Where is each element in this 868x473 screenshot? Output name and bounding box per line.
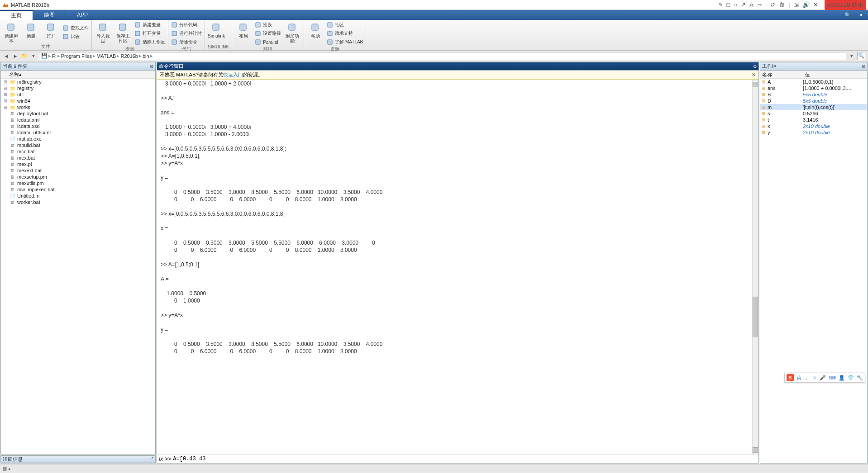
ime-lang[interactable]: 英	[796, 374, 801, 381]
details-header[interactable]: 详细信息 ˄	[1, 456, 155, 463]
file-item[interactable]: 🗎mbuild.bat	[1, 142, 155, 148]
file-item[interactable]: ⊞📁m3iregistry	[1, 79, 155, 85]
tab-dropdown-icon[interactable]: ▾	[854, 10, 868, 20]
file-item[interactable]: ⊞📁registry	[1, 85, 155, 91]
sogou-icon[interactable]: S	[787, 374, 794, 381]
workspace-var[interactable]: ⊞t3.1416	[760, 117, 867, 123]
file-item[interactable]: 🗎mexsetup.pm	[1, 174, 155, 180]
tool-pin-icon[interactable]: ⇲	[794, 1, 799, 8]
tool-text-icon[interactable]: A	[749, 1, 754, 8]
tab-APP[interactable]: APP	[66, 10, 99, 20]
scroll-thumb[interactable]	[753, 297, 758, 337]
workspace-var[interactable]: ⊞s0.5266	[760, 110, 867, 117]
workspace-var[interactable]: ⊞y2x10 double	[760, 129, 867, 136]
layout-icon[interactable]: 布局	[235, 21, 252, 46]
support-icon[interactable]: 请求支持	[327, 29, 363, 38]
ime-keyboard-icon[interactable]: ⌨	[829, 375, 836, 381]
prefs-icon[interactable]: 预设	[255, 21, 281, 29]
tool-trash-icon[interactable]: 🗑	[779, 1, 785, 8]
scrollbar[interactable]	[752, 80, 758, 454]
workspace-var[interactable]: ⊞m'[t,sin(t),cos(t)]'	[760, 104, 867, 110]
tab-主页[interactable]: 主页	[0, 10, 33, 20]
community-icon[interactable]: 社区	[327, 21, 363, 29]
tool-sound-icon[interactable]: 🔊	[802, 1, 810, 8]
path-segment[interactable]: bin	[143, 53, 149, 59]
tool-undo-icon[interactable]: ↺	[770, 1, 775, 8]
file-item[interactable]: 🗎mcc.bat	[1, 148, 155, 155]
tab-绘图[interactable]: 绘图	[33, 10, 66, 20]
tool-arrow-icon[interactable]: ↗	[741, 1, 746, 8]
recording-badge[interactable]: 00:00:20 结束	[825, 0, 866, 10]
ime-toolbar[interactable]: S 英 ， ☺ 🎤 ⌨ 👤 👕 🔧	[784, 373, 865, 383]
ime-mic-icon[interactable]: 🎤	[820, 375, 826, 381]
tool-close-icon[interactable]: ✕	[813, 1, 818, 8]
ime-emoji-icon[interactable]: ☺	[812, 375, 817, 380]
tool-pencil-icon[interactable]: ✎	[718, 1, 723, 8]
setpath-icon[interactable]: 设置路径	[255, 29, 281, 38]
path-history-icon[interactable]: ▾	[848, 52, 855, 60]
learn-icon[interactable]: 了解 MATLAB	[327, 38, 363, 46]
file-item[interactable]: 🗎lcdata_utf8.xml	[1, 129, 155, 136]
file-item[interactable]: 🗎mex.pl	[1, 161, 155, 167]
analyze-icon[interactable]: 分析代码	[171, 21, 202, 29]
open-icon[interactable]: 打开	[43, 21, 60, 43]
file-item[interactable]: ⊞📁util	[1, 91, 155, 98]
file-item[interactable]: 🗎mexext.bat	[1, 167, 155, 174]
nav-up-icon[interactable]: 📁	[21, 52, 28, 60]
workspace-var[interactable]: ⊞ans[1.0000 + 0.0000i,3....	[760, 85, 867, 91]
file-item[interactable]: 🗎deploytool.bat	[1, 110, 155, 117]
nav-fwd-icon[interactable]: ►	[12, 52, 19, 60]
expand-icon[interactable]: ⊞	[4, 99, 8, 103]
file-item[interactable]: ⊞📁works	[1, 104, 155, 110]
addons-icon[interactable]: 附加功能	[284, 21, 301, 46]
command-input[interactable]	[173, 456, 757, 462]
ime-user-icon[interactable]: 👤	[839, 375, 845, 381]
file-item[interactable]: 🗎mex.bat	[1, 155, 155, 161]
open-var-icon[interactable]: 打开变量	[134, 29, 165, 38]
file-item[interactable]: ⊞📁win64	[1, 98, 155, 104]
fx-icon[interactable]: fx	[159, 456, 163, 462]
nav-back-icon[interactable]: ◄	[3, 52, 10, 60]
scroll-up-icon[interactable]	[753, 82, 758, 87]
new-icon[interactable]: 新建	[23, 21, 40, 43]
help-icon[interactable]: 帮助	[307, 21, 324, 46]
file-item[interactable]: 🗎mexutils.pm	[1, 180, 155, 186]
panel-menu-icon[interactable]: ⊙	[753, 64, 757, 69]
current-folder-header[interactable]: 当前文件夹 ⊙	[1, 62, 155, 71]
expand-icon[interactable]: ⊞	[4, 92, 8, 97]
file-item[interactable]: 🗎worker.bat	[1, 199, 155, 205]
compare-icon[interactable]: 比较	[62, 33, 89, 41]
new-var-icon[interactable]: 新建变量	[134, 21, 165, 29]
import-icon[interactable]: 导入数据	[95, 21, 112, 46]
workspace-var[interactable]: ⊞x2x10 double	[760, 123, 867, 129]
banner-close-icon[interactable]: ✕	[752, 72, 756, 78]
tab-search-icon[interactable]: 🔍	[841, 10, 854, 20]
path-segment[interactable]: R2016b	[120, 53, 138, 59]
tool-blur-icon[interactable]: ▱	[757, 1, 762, 8]
ime-skin-icon[interactable]: 👕	[848, 375, 854, 381]
clear-ws-icon[interactable]: 清除工作区	[134, 38, 165, 46]
save-ws-icon[interactable]: 保存工作区	[114, 21, 132, 46]
file-item[interactable]: 📄matlab.exe	[1, 136, 155, 142]
parallel-icon[interactable]: Parallel	[255, 38, 281, 46]
path-segment[interactable]: Program Files	[61, 53, 92, 59]
expand-icon[interactable]: ⊞	[4, 105, 8, 109]
workspace-var[interactable]: ⊞B5x5 double	[760, 91, 867, 98]
workspace-var[interactable]: ⊞A[1,0.5000;0,1]	[760, 79, 867, 85]
path-search-icon[interactable]: 🔍	[857, 52, 865, 60]
file-item[interactable]: 🗎mw_mpiexec.bat	[1, 186, 155, 193]
ws-col-name[interactable]: 名称	[760, 71, 803, 78]
scroll-down-icon[interactable]	[753, 447, 758, 453]
file-item[interactable]: 🗎lcdata.xml	[1, 117, 155, 123]
simulink-icon[interactable]: Simulink	[208, 21, 225, 44]
file-column-header[interactable]: 名称 ▴	[1, 71, 155, 79]
tool-square-icon[interactable]: □	[727, 1, 730, 8]
ws-col-value[interactable]: 值	[803, 71, 867, 78]
nav-dropdown-icon[interactable]: ▾	[30, 52, 37, 60]
find-files-icon[interactable]: 查找文件	[62, 24, 89, 32]
expand-icon[interactable]: ⊞	[4, 86, 8, 90]
ime-tools-icon[interactable]: 🔧	[857, 375, 863, 381]
timing-icon[interactable]: 运行并计时	[171, 29, 202, 38]
tool-circle-icon[interactable]: ○	[734, 1, 737, 8]
file-item[interactable]: 📄Untitled.m	[1, 193, 155, 199]
